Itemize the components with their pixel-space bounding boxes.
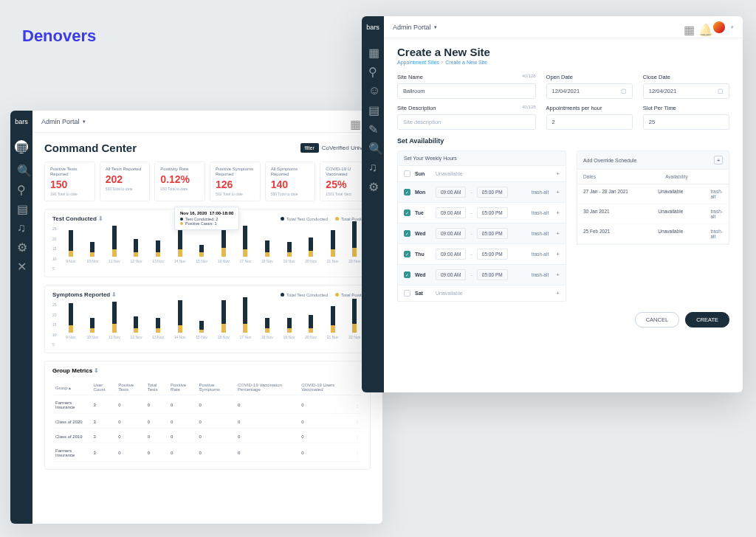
site-desc-input[interactable]: Site description (397, 114, 536, 130)
chart-bar[interactable]: 21 Nov (325, 230, 340, 263)
delete-slot-button[interactable]: trash-alt (532, 231, 549, 236)
sidebar-bell-icon[interactable]: ♫ (368, 161, 377, 170)
grid-icon[interactable]: ▦ (350, 117, 359, 126)
chart-bar[interactable]: 19 Nov (281, 242, 297, 263)
grid-icon[interactable]: ▦ (684, 23, 693, 32)
chart-bar[interactable]: 10 Nov (85, 318, 100, 339)
chart-bar[interactable]: 20 Nov (303, 315, 318, 339)
cancel-button[interactable]: CANCEL (635, 312, 679, 328)
create-button[interactable]: CREATE (685, 312, 729, 328)
add-slot-button[interactable]: + (556, 189, 560, 195)
day-checkbox[interactable]: ✓ (404, 271, 410, 278)
chart-bar[interactable]: 15 Nov (193, 245, 209, 263)
add-override-button[interactable]: + (714, 156, 723, 164)
time-from-input[interactable]: 09:00 AM (436, 228, 466, 239)
sidebar-dashboard-icon[interactable]: ▦ (15, 140, 28, 153)
day-checkbox[interactable]: ✓ (404, 230, 410, 237)
sidebar-dashboard-icon[interactable]: ▦ (368, 46, 377, 55)
day-checkbox[interactable]: ✓ (404, 209, 410, 216)
time-to-input[interactable]: 05:00 PM (477, 249, 508, 260)
time-from-input[interactable]: 09:00 AM (436, 187, 466, 198)
open-date-input[interactable]: 12/04/2021▢ (546, 83, 633, 99)
chart-bar[interactable]: 10 Nov (85, 242, 100, 263)
chart-bar[interactable]: 16 Nov (216, 300, 231, 339)
time-from-input[interactable]: 09:00 AM (436, 249, 466, 260)
download-icon[interactable]: ⬇ (98, 215, 103, 222)
day-checkbox[interactable]: ✓ (404, 189, 410, 195)
chart-bar[interactable]: 11 Nov (106, 302, 122, 339)
add-slot-button[interactable]: + (556, 251, 560, 257)
chart-bar[interactable]: 21 Nov (325, 306, 340, 339)
table-cell[interactable]: ⋮ (354, 415, 361, 429)
delete-slot-button[interactable]: trash-alt (532, 252, 549, 257)
delete-slot-button[interactable]: trash-alt (532, 210, 549, 215)
table-cell[interactable]: ⋮ (354, 397, 361, 414)
add-slot-button[interactable]: + (556, 170, 560, 177)
chart-bar[interactable]: 12 Nov (128, 316, 144, 339)
download-icon[interactable]: ⬇ (111, 291, 117, 298)
chart-bar[interactable]: 20 Nov (303, 238, 318, 263)
time-to-input[interactable]: 05:00 PM (477, 269, 508, 280)
slot-time-input[interactable]: 25 (643, 114, 729, 130)
chevron-down-icon[interactable]: ▾ (731, 24, 734, 30)
bell-icon[interactable]: 🔔 (698, 23, 707, 32)
sidebar-doc-icon[interactable]: ▤ (368, 103, 377, 112)
add-slot-button[interactable]: + (556, 209, 560, 216)
chart-bar[interactable]: 11 Nov (106, 226, 122, 263)
time-from-input[interactable]: 09:00 AM (436, 207, 466, 218)
time-to-input[interactable]: 05:00 PM (477, 207, 508, 218)
chart-bar[interactable]: 12 Nov (128, 239, 144, 263)
time-to-input[interactable]: 05:00 PM (477, 228, 508, 239)
sidebar-gear-icon[interactable]: ⚙ (17, 240, 26, 249)
time-from-input[interactable]: 09:00 AM (436, 269, 466, 280)
chart-bar[interactable]: 17 Nov (238, 297, 253, 339)
filter-button[interactable]: filter (300, 143, 319, 153)
delete-override-button[interactable]: trash-alt (710, 229, 723, 239)
chart-bar[interactable]: 22 Nov (347, 299, 362, 339)
day-checkbox[interactable]: ✓ (404, 251, 410, 257)
sidebar-gear-icon[interactable]: ⚙ (368, 180, 377, 189)
day-checkbox[interactable] (404, 290, 410, 297)
sidebar-doc-icon[interactable]: ▤ (17, 202, 26, 211)
portal-dropdown[interactable]: Admin Portal▾ (384, 24, 437, 31)
delete-override-button[interactable]: trash-alt (710, 189, 723, 199)
chart-bar[interactable]: 17 Nov (238, 226, 253, 263)
chart-bar[interactable]: 16 Nov (216, 224, 231, 263)
add-slot-button[interactable]: + (556, 290, 560, 297)
delete-slot-button[interactable]: trash-alt (532, 190, 549, 195)
avatar[interactable] (713, 21, 725, 33)
sidebar-tools-icon[interactable]: ✕ (17, 260, 26, 268)
sidebar-user-icon[interactable]: ☺ (368, 84, 377, 93)
sidebar-users-icon[interactable]: ⚲ (17, 183, 26, 192)
table-cell[interactable]: ⋮ (354, 430, 361, 443)
appt-hour-input[interactable]: 2 (546, 114, 633, 130)
sidebar-search-icon[interactable]: 🔍 (368, 142, 377, 150)
chart-bar[interactable]: 19 Nov (281, 318, 297, 339)
add-slot-button[interactable]: + (556, 230, 560, 237)
sidebar-users-icon[interactable]: ⚲ (368, 65, 377, 74)
chart-bar[interactable]: 14 Nov (172, 300, 188, 339)
add-slot-button[interactable]: + (556, 271, 560, 278)
breadcrumb-parent[interactable]: Appointment Sites (397, 60, 439, 65)
chart-bar[interactable]: 22 Nov (347, 221, 362, 263)
delete-override-button[interactable]: trash-alt (710, 209, 723, 219)
day-checkbox[interactable] (404, 170, 410, 177)
sidebar-bell-icon[interactable]: ♫ (17, 221, 26, 230)
chart-bar[interactable]: 14 Nov (172, 227, 188, 263)
portal-dropdown[interactable]: Admin Portal▾ (32, 118, 86, 125)
table-cell[interactable]: ⋮ (354, 445, 361, 462)
sidebar-search-icon[interactable]: 🔍 (17, 164, 26, 173)
chart-bar[interactable]: 13 Nov (150, 318, 165, 339)
time-to-input[interactable]: 05:00 PM (477, 187, 508, 198)
chart-bar[interactable]: 13 Nov (150, 240, 165, 263)
chart-bar[interactable]: 18 Nov (259, 318, 275, 339)
chart-bar[interactable]: 15 Nov (193, 321, 209, 339)
table-header[interactable]: Group ▴ (54, 380, 91, 395)
site-name-input[interactable]: Ballroom (397, 83, 536, 99)
chart-bar[interactable]: 9 Nov (63, 230, 78, 263)
delete-slot-button[interactable]: trash-alt (532, 272, 549, 277)
chart-bar[interactable]: 18 Nov (259, 240, 275, 263)
close-date-input[interactable]: 12/04/2021▢ (643, 83, 729, 99)
sidebar-pencil-icon[interactable]: ✎ (368, 122, 377, 131)
chart-bar[interactable]: 9 Nov (63, 303, 78, 339)
